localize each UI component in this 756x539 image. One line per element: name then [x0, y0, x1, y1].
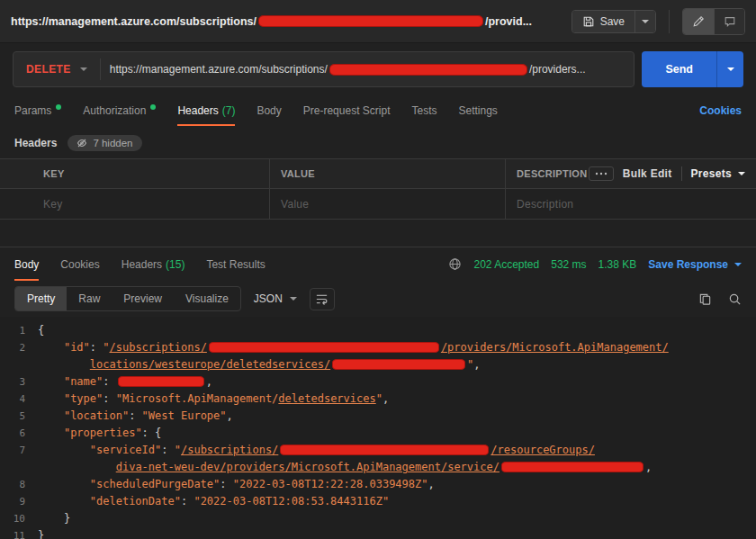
line-number: 7 — [0, 442, 38, 459]
detected-link[interactable]: deletedservices — [278, 392, 375, 405]
detected-link[interactable]: diva-net-weu-dev/providers/Microsoft.Api… — [116, 461, 500, 473]
authorization-active-dot — [150, 104, 156, 110]
request-tab-title[interactable]: https://management.azure.com/subscriptio… — [11, 15, 572, 28]
detected-link[interactable]: /providers/Microsoft.ApiManagement/ — [441, 341, 669, 354]
header-controls: Bulk Edit Presets — [589, 166, 745, 181]
panel-gap — [0, 220, 756, 247]
redaction-bar — [258, 15, 483, 27]
response-view-switcher: Pretty Raw Preview Visualize — [14, 286, 241, 311]
code-line: 4 "type": "Microsoft.ApiManagement/delet… — [0, 391, 756, 408]
eye-off-icon — [76, 138, 87, 148]
redaction-bar — [501, 462, 644, 472]
hidden-headers-toggle[interactable]: 7 hidden — [68, 135, 141, 151]
search-icon[interactable] — [728, 292, 742, 306]
request-tab-title-suffix: /provid... — [485, 15, 532, 28]
url-divider — [100, 58, 101, 80]
status-badge[interactable]: 202 Accepted — [473, 258, 539, 271]
tab-view-toggle-group — [682, 8, 745, 35]
response-size[interactable]: 1.38 KB — [598, 258, 637, 271]
redaction-bar — [329, 64, 527, 76]
method-label: DELETE — [26, 63, 71, 76]
line-number: 2 — [0, 339, 38, 356]
url-input[interactable]: https://management.azure.com/subscriptio… — [110, 63, 634, 76]
network-globe-icon[interactable] — [448, 257, 462, 271]
presets-dropdown[interactable]: Presets — [691, 167, 745, 180]
tab-headers[interactable]: Headers (7) — [177, 95, 235, 126]
headers-table-row: Key Value Description — [0, 189, 756, 219]
value-input[interactable]: Value — [270, 189, 506, 219]
column-description-cell: DESCRIPTION Bulk Edit Presets — [506, 159, 756, 188]
save-response-dropdown[interactable]: Save Response — [648, 258, 742, 271]
response-tab-cookies[interactable]: Cookies — [60, 247, 99, 281]
url-container: DELETE https://management.azure.com/subs… — [13, 51, 634, 87]
response-tab-body[interactable]: Body — [14, 247, 39, 281]
wrap-lines-button[interactable] — [310, 288, 335, 310]
save-button[interactable]: Save — [572, 11, 634, 32]
cookies-link[interactable]: Cookies — [699, 104, 742, 117]
line-number — [0, 356, 38, 373]
request-tab-bar: https://management.azure.com/subscriptio… — [0, 0, 756, 43]
hidden-headers-label: 7 hidden — [93, 138, 132, 148]
headers-table-header: KEY VALUE DESCRIPTION Bulk Edit Presets — [0, 159, 756, 189]
more-options-button[interactable] — [589, 166, 614, 181]
line-number: 10 — [0, 510, 38, 527]
code-line: 5 "location": "West Europe", — [0, 408, 756, 425]
response-toolbar: Pretty Raw Preview Visualize JSON — [0, 281, 756, 317]
key-input[interactable]: Key — [0, 189, 270, 219]
tab-settings[interactable]: Settings — [459, 95, 498, 126]
view-pretty[interactable]: Pretty — [15, 287, 67, 310]
request-tab-title-prefix: https://management.azure.com/subscriptio… — [11, 15, 256, 28]
request-url-row: DELETE https://management.azure.com/subs… — [0, 43, 756, 95]
send-options-button[interactable] — [716, 51, 743, 87]
line-number: 11 — [0, 527, 38, 539]
tab-tests[interactable]: Tests — [411, 95, 436, 126]
tab-authorization[interactable]: Authorization — [83, 95, 156, 126]
format-dropdown[interactable]: JSON — [254, 292, 297, 305]
code-line: 7 "serviceId": "/subscriptions//resource… — [0, 442, 756, 459]
chevron-down-icon — [738, 172, 745, 175]
line-number: 5 — [0, 408, 38, 425]
copy-icon[interactable] — [698, 292, 712, 306]
send-button-group: Send — [642, 51, 743, 87]
detected-link[interactable]: locations/westeurope/deletedservices/ — [90, 358, 330, 371]
view-raw[interactable]: Raw — [67, 287, 112, 310]
bulk-edit-button[interactable]: Bulk Edit — [623, 167, 672, 180]
method-selector[interactable]: DELETE — [14, 52, 100, 86]
url-prefix: https://management.azure.com/subscriptio… — [110, 63, 328, 76]
code-line: locations/westeurope/deletedservices/", — [0, 356, 756, 373]
response-tab-headers[interactable]: Headers (15) — [122, 247, 185, 281]
comments-button[interactable] — [714, 9, 744, 34]
save-options-button[interactable] — [634, 11, 655, 32]
chevron-down-icon — [734, 263, 742, 266]
headers-section-title: Headers — [14, 137, 57, 149]
line-number: 8 — [0, 476, 38, 493]
save-button-group: Save — [572, 10, 656, 33]
column-value: VALUE — [270, 159, 506, 188]
send-button[interactable]: Send — [642, 51, 716, 87]
headers-section-bar: Headers 7 hidden — [0, 126, 756, 158]
view-visualize[interactable]: Visualize — [174, 287, 240, 310]
url-suffix: /providers... — [529, 63, 586, 76]
code-line: diva-net-weu-dev/providers/Microsoft.Api… — [0, 459, 756, 476]
save-button-label: Save — [600, 15, 625, 28]
response-body-editor[interactable]: 1{2 "id": "/subscriptions//providers/Mic… — [0, 317, 756, 539]
column-description: DESCRIPTION — [517, 168, 587, 179]
line-number: 3 — [0, 373, 38, 391]
chevron-down-icon — [290, 297, 297, 301]
detected-link[interactable]: /subscriptions/ — [110, 341, 207, 354]
detected-link[interactable]: /subscriptions/ — [181, 444, 278, 456]
save-icon — [582, 15, 595, 28]
tab-body[interactable]: Body — [256, 95, 281, 126]
detected-link[interactable]: /resourceGroups/ — [490, 444, 595, 456]
redaction-bar — [332, 359, 465, 370]
tab-params[interactable]: Params — [14, 95, 61, 126]
response-tools — [698, 292, 742, 306]
line-number: 1 — [0, 322, 38, 339]
edit-pencil-button[interactable] — [683, 9, 714, 34]
response-time[interactable]: 532 ms — [551, 258, 586, 271]
description-input[interactable]: Description — [506, 189, 756, 219]
redaction-bar — [209, 342, 439, 353]
tab-pre-request-script[interactable]: Pre-request Script — [303, 95, 391, 126]
response-tab-test-results[interactable]: Test Results — [206, 247, 265, 281]
view-preview[interactable]: Preview — [112, 287, 174, 310]
